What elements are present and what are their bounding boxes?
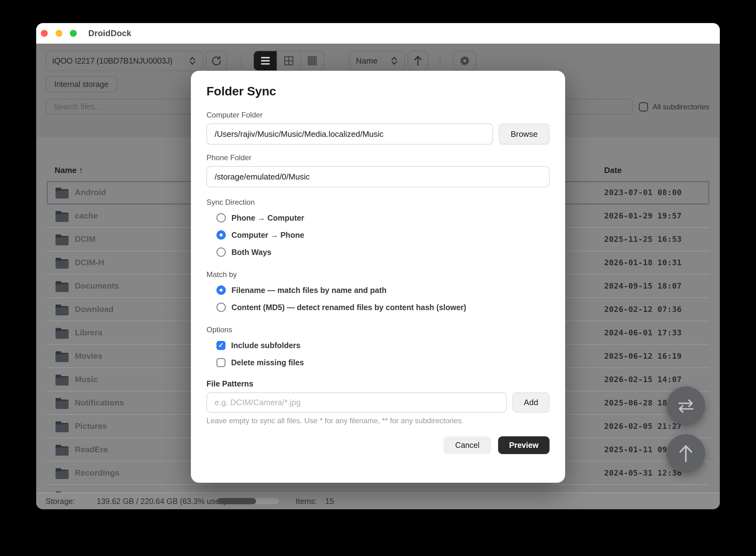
preview-button[interactable]: Preview <box>498 436 550 454</box>
folder-sync-fab[interactable] <box>666 386 705 425</box>
folder-icon <box>55 210 69 222</box>
phone-folder-input[interactable] <box>206 166 550 187</box>
radio-computer-to-phone[interactable]: Computer → Phone <box>206 228 550 242</box>
column-header-date[interactable]: Date <box>604 160 622 180</box>
folder-icon <box>55 187 69 199</box>
file-name: Notifications <box>75 398 124 408</box>
file-date: 2026-01-18 10:31 <box>604 258 682 267</box>
add-pattern-button[interactable]: Add <box>513 392 550 413</box>
checkbox-delete-missing-files[interactable]: Delete missing files <box>206 355 550 370</box>
phone-folder-label: Phone Folder <box>206 153 550 162</box>
view-mode-group <box>253 50 324 71</box>
radio-label: Both Ways <box>231 248 271 257</box>
preview-button-label: Preview <box>509 441 538 450</box>
folder-icon <box>55 397 69 409</box>
file-name: Android <box>75 187 106 197</box>
refresh-button[interactable] <box>206 50 227 71</box>
file-patterns-label: File Patterns <box>206 379 550 388</box>
checkbox-icon[interactable] <box>217 341 226 350</box>
storage-progress-fill <box>217 498 256 504</box>
radio-match-content-md5[interactable]: Content (MD5) — detect renamed files by … <box>206 300 550 314</box>
view-columns-button[interactable] <box>300 51 324 70</box>
folder-icon <box>55 327 69 339</box>
file-name: DCIM-H <box>75 258 104 268</box>
app-title: DroidDock <box>88 23 131 44</box>
column-header-name[interactable]: Name ↑ <box>55 160 83 180</box>
radio-label: Content (MD5) — detect renamed files by … <box>231 303 466 312</box>
all-subdirectories-toggle[interactable]: All subdirectories <box>639 99 710 115</box>
upload-fab[interactable] <box>666 434 705 473</box>
folder-icon <box>55 350 69 362</box>
file-date: 2024-06-01 17:33 <box>604 328 682 337</box>
file-name: Recordings <box>75 468 120 478</box>
file-name: Movies <box>75 351 102 361</box>
radio-icon[interactable] <box>217 213 226 222</box>
view-grid-button[interactable] <box>276 51 300 70</box>
radio-label: Computer → Phone <box>231 231 304 240</box>
file-date: 2025-11-25 16:53 <box>604 235 682 244</box>
options-label: Options <box>206 325 550 334</box>
cancel-button[interactable]: Cancel <box>443 436 491 454</box>
file-date: 2024-05-31 12:36 <box>604 468 682 478</box>
items-value: 15 <box>325 493 334 509</box>
status-bar: Storage: 139.62 GB / 220.64 GB (63.3% us… <box>36 492 720 509</box>
view-list-button[interactable] <box>254 51 276 70</box>
storage-label: Storage: <box>45 493 75 509</box>
device-select[interactable]: iQOO I2217 (10BD7B1NJU0003J) <box>45 50 203 71</box>
file-name: Pictures <box>75 421 107 431</box>
file-date: 2025-01-11 09 <box>604 445 667 454</box>
radio-icon[interactable] <box>217 285 226 295</box>
file-date: 2026-02-15 14:07 <box>604 375 682 384</box>
transfer-arrows-icon <box>676 398 696 414</box>
table-row[interactable]: Ringtones 2026-01-04 16:49 <box>47 485 709 492</box>
refresh-icon <box>210 55 222 67</box>
titlebar: DroidDock <box>36 23 720 44</box>
settings-button[interactable] <box>453 50 476 71</box>
items-label: Items: <box>296 493 317 509</box>
browse-button-label: Browse <box>511 129 538 139</box>
computer-folder-input[interactable] <box>206 124 493 145</box>
file-name: Music <box>75 375 98 384</box>
device-select-value: iQOO I2217 (10BD7B1NJU0003J) <box>53 56 172 66</box>
folder-icon <box>55 444 69 456</box>
folder-icon <box>55 374 69 385</box>
radio-icon[interactable] <box>217 230 226 240</box>
toolbar: iQOO I2217 (10BD7B1NJU0003J) <box>45 50 711 71</box>
file-name: DCIM <box>75 234 95 244</box>
folder-icon <box>55 467 69 479</box>
list-view-icon <box>260 56 271 65</box>
file-date: 2024-09-15 18:07 <box>604 281 682 290</box>
chevron-updown-icon <box>188 56 196 65</box>
file-name: Librera <box>75 328 102 338</box>
breadcrumb-chip-internal-storage[interactable]: Internal storage <box>45 76 117 93</box>
checkbox-include-subfolders[interactable]: Include subfolders <box>206 338 550 352</box>
radio-match-filename[interactable]: Filename — match files by name and path <box>206 283 550 297</box>
app-window: DroidDock iQOO I2217 (10BD7B1NJU0003J) <box>36 23 720 509</box>
radio-phone-to-computer[interactable]: Phone → Computer <box>206 211 550 225</box>
minimize-window-button[interactable] <box>56 30 62 37</box>
zoom-window-button[interactable] <box>70 30 77 37</box>
file-name: cache <box>75 211 98 221</box>
close-window-button[interactable] <box>41 30 48 37</box>
file-name: Documents <box>75 281 119 291</box>
folder-icon <box>55 420 69 432</box>
sort-select[interactable]: Name <box>349 50 405 71</box>
radio-icon[interactable] <box>217 247 226 257</box>
file-pattern-input[interactable] <box>206 392 507 413</box>
file-date: 2023-07-01 08:00 <box>604 188 682 197</box>
folder-icon <box>55 304 69 315</box>
file-date: 2026-02-12 07:36 <box>604 305 682 314</box>
sync-direction-label: Sync Direction <box>206 198 550 207</box>
toolbar-separator <box>241 55 241 67</box>
radio-label: Filename — match files by name and path <box>231 286 387 295</box>
all-subdirectories-checkbox[interactable] <box>639 102 648 112</box>
sort-direction-button[interactable] <box>407 50 428 71</box>
all-subdirectories-label: All subdirectories <box>653 103 710 111</box>
modal-title: Folder Sync <box>206 84 550 98</box>
file-date: 2026-02-05 21:27 <box>604 422 682 431</box>
radio-icon[interactable] <box>217 303 226 312</box>
checkbox-icon[interactable] <box>217 358 226 367</box>
browse-button[interactable]: Browse <box>499 124 550 145</box>
storage-progress-bar <box>217 498 279 504</box>
radio-both-ways[interactable]: Both Ways <box>206 245 550 259</box>
